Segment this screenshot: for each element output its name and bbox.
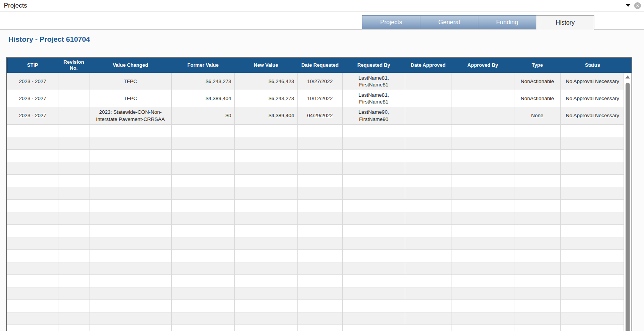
cell-empty bbox=[561, 287, 624, 300]
history-grid-main: STIP Revision No. Value Changed Former V… bbox=[7, 58, 624, 331]
cell-empty bbox=[298, 237, 343, 249]
close-icon[interactable]: ✕ bbox=[634, 2, 641, 9]
cell-empty bbox=[7, 162, 58, 174]
cell-empty bbox=[343, 237, 405, 249]
cell-empty bbox=[451, 262, 514, 275]
cell-empty bbox=[343, 212, 405, 224]
window-title: Projects bbox=[4, 2, 27, 9]
column-header-former-value: Former Value bbox=[172, 58, 235, 73]
cell-empty bbox=[7, 124, 58, 137]
cell-empty bbox=[451, 124, 514, 137]
cell-empty bbox=[235, 262, 298, 275]
cell-empty bbox=[343, 199, 405, 212]
window-controls: ✕ bbox=[626, 2, 641, 9]
column-header-date-approved: Date Approved bbox=[405, 58, 451, 73]
cell-empty bbox=[89, 275, 172, 287]
cell-empty bbox=[343, 174, 405, 187]
cell-date-requested: 04/29/2022 bbox=[298, 107, 343, 124]
cell-empty bbox=[405, 249, 451, 262]
cell-empty bbox=[89, 300, 172, 312]
cell-empty bbox=[514, 325, 561, 331]
cell-empty bbox=[235, 300, 298, 312]
cell-date-approved bbox=[405, 90, 451, 107]
cell-empty bbox=[514, 275, 561, 287]
tab-strip: Projects General Funding History bbox=[0, 12, 644, 30]
column-header-type: Type bbox=[514, 58, 561, 73]
cell-empty bbox=[298, 249, 343, 262]
cell-empty bbox=[298, 212, 343, 224]
table-header: STIP Revision No. Value Changed Former V… bbox=[7, 58, 624, 73]
table-row-empty bbox=[7, 275, 624, 287]
cell-empty bbox=[89, 124, 172, 137]
cell-empty bbox=[561, 199, 624, 212]
cell-empty bbox=[7, 325, 58, 331]
cell-empty bbox=[451, 174, 514, 187]
cell-revision-no bbox=[58, 107, 89, 124]
column-header-stip: STIP bbox=[7, 58, 58, 73]
cell-empty bbox=[343, 312, 405, 325]
cell-empty bbox=[298, 275, 343, 287]
table-row-empty bbox=[7, 287, 624, 300]
cell-empty bbox=[58, 137, 89, 149]
scrollbar-thumb[interactable] bbox=[626, 83, 630, 331]
cell-empty bbox=[343, 162, 405, 174]
cell-empty bbox=[89, 237, 172, 249]
cell-empty bbox=[514, 224, 561, 237]
cell-empty bbox=[58, 199, 89, 212]
cell-empty bbox=[7, 262, 58, 275]
column-header-date-requested: Date Requested bbox=[298, 58, 343, 73]
cell-empty bbox=[89, 287, 172, 300]
header-row: STIP Revision No. Value Changed Former V… bbox=[7, 58, 624, 73]
cell-requested-by: LastName90, FirstName90 bbox=[343, 107, 405, 124]
cell-empty bbox=[172, 124, 235, 137]
cell-empty bbox=[7, 137, 58, 149]
cell-empty bbox=[58, 162, 89, 174]
cell-empty bbox=[235, 162, 298, 174]
cell-empty bbox=[561, 224, 624, 237]
cell-empty bbox=[172, 249, 235, 262]
cell-empty bbox=[89, 312, 172, 325]
cell-empty bbox=[58, 149, 89, 162]
cell-empty bbox=[7, 149, 58, 162]
scrollbar-track[interactable] bbox=[624, 73, 631, 331]
cell-empty bbox=[514, 187, 561, 199]
tab-projects[interactable]: Projects bbox=[362, 15, 420, 29]
scroll-up-icon[interactable] bbox=[625, 75, 630, 78]
cell-empty bbox=[7, 275, 58, 287]
cell-empty bbox=[343, 124, 405, 137]
cell-new-value: $6,243,273 bbox=[235, 90, 298, 107]
column-header-status: Status bbox=[561, 58, 624, 73]
cell-empty bbox=[58, 275, 89, 287]
cell-empty bbox=[89, 174, 172, 187]
cell-empty bbox=[514, 300, 561, 312]
cell-empty bbox=[343, 224, 405, 237]
cell-empty bbox=[298, 287, 343, 300]
cell-empty bbox=[405, 137, 451, 149]
tab-general[interactable]: General bbox=[420, 15, 478, 29]
cell-empty bbox=[58, 249, 89, 262]
cell-empty bbox=[172, 212, 235, 224]
cell-empty bbox=[235, 124, 298, 137]
caret-down-icon[interactable] bbox=[626, 4, 630, 7]
cell-date-approved bbox=[405, 107, 451, 124]
column-header-requested-by: Requested By bbox=[343, 58, 405, 73]
cell-empty bbox=[514, 137, 561, 149]
cell-empty bbox=[58, 124, 89, 137]
cell-empty bbox=[405, 224, 451, 237]
cell-empty bbox=[235, 149, 298, 162]
cell-empty bbox=[451, 237, 514, 249]
tab-funding[interactable]: Funding bbox=[478, 15, 536, 29]
table-row-empty bbox=[7, 249, 624, 262]
cell-empty bbox=[451, 199, 514, 212]
vertical-scrollbar[interactable] bbox=[624, 58, 631, 331]
scrollbar-header-cap bbox=[624, 58, 631, 73]
cell-empty bbox=[7, 224, 58, 237]
cell-empty bbox=[451, 275, 514, 287]
column-header-new-value: New Value bbox=[235, 58, 298, 73]
cell-empty bbox=[172, 312, 235, 325]
cell-empty bbox=[172, 149, 235, 162]
table-row-empty bbox=[7, 300, 624, 312]
cell-empty bbox=[172, 137, 235, 149]
cell-empty bbox=[561, 275, 624, 287]
tab-history[interactable]: History bbox=[536, 15, 594, 30]
